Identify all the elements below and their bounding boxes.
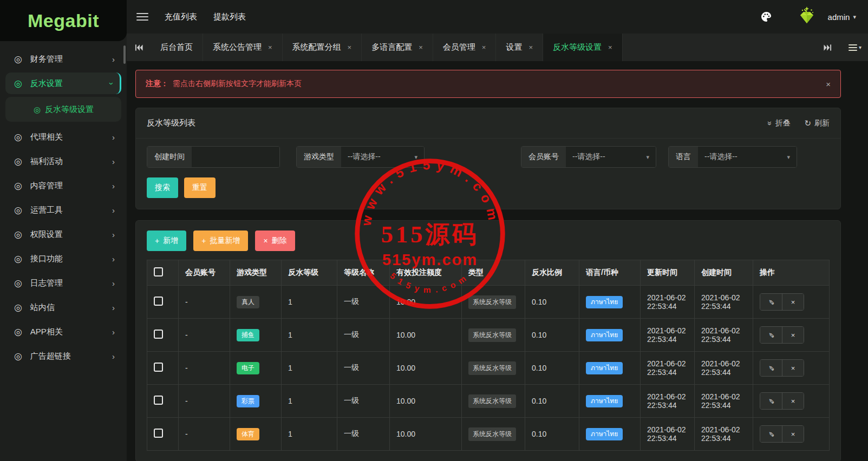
sidebar-item-permissions[interactable]: ◎ 权限设置 ›: [5, 223, 121, 245]
refresh-label: 刷新: [814, 118, 830, 128]
row-checkbox[interactable]: [154, 330, 163, 339]
edit-button[interactable]: ✎: [760, 360, 782, 376]
close-icon: ×: [791, 430, 795, 438]
close-icon[interactable]: ×: [419, 44, 423, 51]
sidebar-item-app[interactable]: ◎ APP相关 ›: [5, 321, 121, 343]
tab-system-announcements[interactable]: 系统公告管理 ×: [203, 34, 283, 61]
filter-game-type: 游戏类型 --请选择-- ▾: [296, 146, 425, 168]
delete-button[interactable]: × 删除: [255, 230, 295, 251]
create-time-input[interactable]: [192, 147, 279, 167]
theme-palette-icon[interactable]: [760, 10, 773, 23]
close-icon[interactable]: ×: [268, 44, 272, 51]
row-checkbox[interactable]: [154, 429, 163, 438]
pencil-icon: ✎: [767, 299, 775, 305]
sidebar-item-api[interactable]: ◎ 接口功能 ›: [5, 248, 121, 269]
collapse-sidebar-icon[interactable]: [136, 13, 148, 21]
edit-button[interactable]: ✎: [760, 294, 782, 310]
col-type: 类型: [462, 260, 525, 286]
panel-tools: » 折叠 ↻ 刷新: [768, 118, 830, 128]
ring-icon: ◎: [14, 279, 22, 288]
close-icon[interactable]: ×: [826, 80, 831, 89]
topnav-withdraw-list[interactable]: 提款列表: [213, 12, 246, 22]
table-row: - 体育 1 一级 10.00 系统反水等级 0.10 ภาษาไทย 2021…: [147, 418, 830, 451]
panel-header: 反水等级列表 » 折叠 ↻ 刷新: [136, 108, 840, 139]
delete-row-button[interactable]: ×: [782, 393, 804, 409]
edit-button[interactable]: ✎: [760, 393, 782, 409]
type-badge: 系统反水等级: [468, 361, 516, 375]
batch-add-button[interactable]: + 批量新增: [193, 230, 248, 251]
cell-level-name: 一级: [337, 286, 390, 319]
chevron-right-icon: ›: [112, 55, 115, 63]
cell-member: -: [179, 418, 230, 451]
ring-icon: ◎: [14, 303, 22, 312]
delete-row-button[interactable]: ×: [782, 426, 804, 442]
sidebar-scrollbar[interactable]: [123, 45, 126, 64]
scroll-tabs-left-icon[interactable]: [127, 34, 151, 61]
reset-button[interactable]: 重置: [184, 177, 216, 198]
sidebar-item-operation-tools[interactable]: ◎ 运营工具 ›: [5, 199, 121, 221]
sidebar-subitem-rebate-level-settings[interactable]: ◎ 反水等级设置: [5, 97, 121, 122]
search-button[interactable]: 搜索: [147, 177, 178, 198]
cell-updated: 2021-06-02 22:53:44: [641, 352, 695, 385]
type-badge: 系统反水等级: [468, 394, 516, 408]
tab-dashboard[interactable]: 后台首页: [151, 34, 203, 61]
filter-member-account: 会员账号 --请选择-- ▾: [521, 146, 656, 168]
language-select[interactable]: --请选择-- ▾: [698, 147, 797, 167]
delete-row-button[interactable]: ×: [782, 327, 804, 343]
delete-row-button[interactable]: ×: [782, 294, 804, 310]
sidebar-item-welfare[interactable]: ◎ 福利活动 ›: [5, 150, 121, 172]
cell-updated: 2021-06-02 22:53:44: [641, 286, 695, 319]
sidebar-item-logs[interactable]: ◎ 日志管理 ›: [5, 272, 121, 294]
tab-multilang-config[interactable]: 多语言配置 ×: [362, 34, 433, 61]
add-button[interactable]: + 新增: [147, 230, 186, 251]
edit-button[interactable]: ✎: [760, 426, 782, 442]
sidebar-item-content[interactable]: ◎ 内容管理 ›: [5, 175, 121, 196]
close-icon[interactable]: ×: [348, 44, 352, 51]
col-language-currency: 语言/币种: [579, 260, 641, 286]
row-checkbox[interactable]: [154, 297, 163, 306]
close-icon[interactable]: ×: [482, 44, 486, 51]
col-member-account: 会员账号: [179, 260, 230, 286]
type-badge: 系统反水等级: [468, 427, 516, 441]
tab-rebate-level-settings[interactable]: 反水等级设置 ×: [543, 34, 623, 61]
edit-button[interactable]: ✎: [760, 327, 782, 343]
tab-settings[interactable]: 设置 ×: [496, 34, 543, 61]
ring-icon: ◎: [14, 206, 22, 215]
delete-row-button[interactable]: ×: [782, 360, 804, 376]
brand-logo-text: Megabit: [28, 10, 99, 31]
sidebar-item-agent[interactable]: ◎ 代理相关 ›: [5, 126, 121, 148]
cell-member: -: [179, 352, 230, 385]
topnav-recharge-list[interactable]: 充值列表: [165, 12, 197, 22]
cell-created: 2021-06-02 22:53:44: [695, 286, 753, 319]
vip-gem-icon[interactable]: [795, 5, 818, 28]
user-menu[interactable]: admin ▾: [828, 12, 856, 22]
tab-member-management[interactable]: 会员管理 ×: [433, 34, 497, 61]
tab-options-menu[interactable]: ▾: [844, 44, 866, 51]
chevron-right-icon: ›: [112, 255, 115, 263]
sidebar-item-rebate-settings[interactable]: ◎ 反水设置 ›: [5, 73, 121, 94]
sidebar-item-label: 运营工具: [30, 205, 112, 215]
refresh-button[interactable]: ↻ 刷新: [804, 118, 830, 128]
member-account-select[interactable]: --请选择-- ▾: [566, 147, 656, 167]
game-type-select[interactable]: --请选择-- ▾: [341, 147, 424, 167]
row-checkbox[interactable]: [154, 363, 163, 372]
pencil-icon: ✎: [767, 431, 775, 437]
select-all-checkbox[interactable]: [154, 267, 163, 276]
sidebar-item-ad-links[interactable]: ◎ 广告超链接 ›: [5, 345, 121, 367]
scroll-tabs-right-icon[interactable]: [816, 44, 840, 51]
close-icon[interactable]: ×: [528, 44, 533, 51]
sidebar-item-messages[interactable]: ◎ 站内信 ›: [5, 297, 121, 318]
ring-icon: ◎: [14, 79, 22, 88]
rebate-level-table: 会员账号 游戏类型 反水等级 等级名称 有效投注额度 类型 反水比例 语言/币种…: [147, 260, 830, 451]
filter-label: 会员账号: [521, 147, 566, 167]
collapse-button[interactable]: » 折叠: [768, 118, 791, 128]
tab-system-config-groups[interactable]: 系统配置分组 ×: [283, 34, 362, 61]
col-level-name: 等级名称: [337, 260, 390, 286]
cell-amount: 10.00: [390, 385, 462, 418]
col-valid-bet-amount: 有效投注额度: [390, 260, 462, 286]
sidebar-item-finance[interactable]: ◎ 财务管理 ›: [5, 48, 121, 70]
close-icon[interactable]: ×: [608, 44, 612, 51]
cell-updated: 2021-06-02 22:53:44: [641, 418, 695, 451]
row-checkbox[interactable]: [154, 396, 163, 405]
filter-label: 游戏类型: [297, 147, 341, 167]
